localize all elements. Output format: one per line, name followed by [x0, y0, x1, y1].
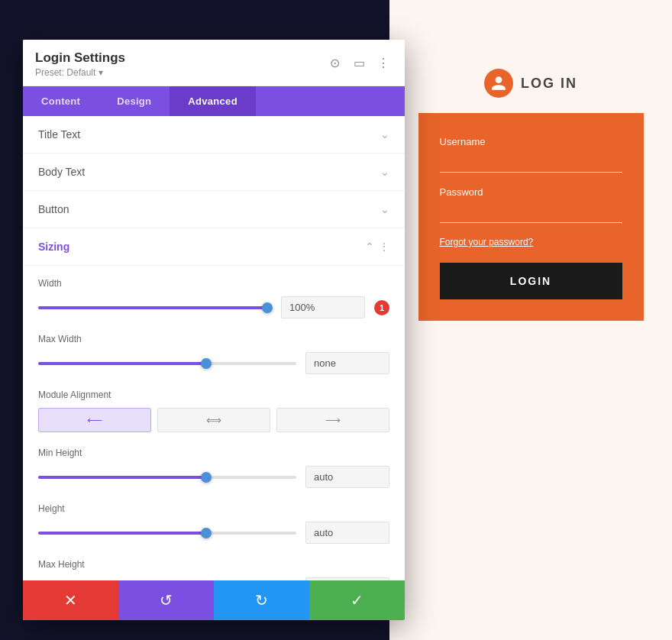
title-text-label: Title Text	[38, 128, 80, 141]
login-form-box: Username Password Forgot your password? …	[418, 113, 644, 321]
min-height-slider-fill	[38, 476, 206, 479]
height-value-box[interactable]: auto	[305, 522, 389, 544]
panel-body: Title Text ⌄ Body Text ⌄ Button ⌄ Sizing…	[23, 116, 405, 580]
width-slider-fill	[38, 306, 267, 309]
height-slider-track	[38, 532, 296, 535]
max-width-slider-row: none	[38, 352, 389, 374]
panel-title-group: Login Settings Preset: Default ▾	[35, 50, 125, 78]
panel-header: Login Settings Preset: Default ▾ ⊙ ▭ ⋮	[23, 40, 405, 86]
panel-header-icons: ⊙ ▭ ⋮	[325, 53, 393, 72]
max-width-slider-thumb[interactable]	[201, 358, 212, 369]
alignment-row: ⟵ ⟺ ⟶	[38, 408, 389, 432]
max-width-label: Max Width	[38, 334, 389, 344]
width-field: Width 100% 1	[38, 278, 389, 318]
tab-design[interactable]: Design	[99, 86, 170, 116]
max-width-value-box[interactable]: none	[305, 352, 389, 374]
login-button[interactable]: LOGIN	[440, 263, 622, 299]
preview-panel: LOG IN Username Password Forgot your pas…	[389, 0, 672, 640]
tab-content[interactable]: Content	[23, 86, 99, 116]
sizing-header-icons: ⌃ ⋮	[365, 241, 389, 253]
align-right-button[interactable]: ⟶	[276, 408, 389, 432]
width-value-box[interactable]: 100%	[281, 296, 365, 318]
tabs-bar: Content Design Advanced	[23, 86, 405, 116]
more-options-icon[interactable]: ⋮	[374, 53, 393, 72]
align-center-button[interactable]: ⟺	[157, 408, 270, 432]
body-text-label: Body Text	[38, 166, 85, 178]
bottom-bar: ✕ ↺ ↻ ✓	[23, 580, 405, 620]
min-height-value-box[interactable]: auto	[305, 466, 389, 488]
user-avatar-icon	[484, 69, 513, 98]
max-width-slider-track	[38, 362, 296, 365]
duplicate-icon[interactable]: ▭	[350, 53, 368, 72]
login-header: LOG IN	[484, 69, 577, 98]
username-input[interactable]	[440, 152, 622, 173]
min-height-field: Min Height auto	[38, 448, 389, 488]
button-label: Button	[38, 203, 69, 215]
password-input[interactable]	[440, 202, 622, 223]
height-label: Height	[38, 503, 389, 514]
user-icon	[490, 75, 507, 92]
panel-title: Login Settings	[35, 50, 125, 66]
min-height-slider-thumb[interactable]	[201, 472, 212, 483]
login-title: LOG IN	[521, 76, 577, 92]
forgot-password-link[interactable]: Forgot your password?	[440, 237, 622, 247]
height-slider-track-wrap	[38, 532, 296, 535]
save-button[interactable]: ✓	[309, 580, 405, 620]
undo-button[interactable]: ↺	[118, 580, 214, 620]
max-width-field: Max Width none	[38, 334, 389, 374]
sizing-chevron-up: ⌃	[365, 241, 374, 253]
width-label: Width	[38, 278, 389, 289]
sizing-section-header[interactable]: Sizing ⌃ ⋮	[23, 228, 405, 266]
width-slider-row: 100% 1	[38, 296, 389, 318]
settings-panel: Login Settings Preset: Default ▾ ⊙ ▭ ⋮ C…	[23, 40, 405, 620]
module-alignment-label: Module Alignment	[38, 389, 389, 400]
height-slider-thumb[interactable]	[201, 528, 212, 538]
min-height-slider-row: auto	[38, 466, 389, 488]
settings-icon[interactable]: ⊙	[325, 53, 344, 72]
title-text-chevron: ⌄	[380, 128, 389, 141]
min-height-slider-track-wrap	[38, 476, 296, 479]
button-section[interactable]: Button ⌄	[23, 191, 405, 228]
title-text-section[interactable]: Title Text ⌄	[23, 116, 405, 154]
min-height-label: Min Height	[38, 448, 389, 458]
width-slider-thumb[interactable]	[262, 302, 273, 313]
tab-advanced[interactable]: Advanced	[170, 86, 256, 116]
body-text-section[interactable]: Body Text ⌄	[23, 154, 405, 191]
max-width-slider-fill	[38, 362, 206, 365]
module-alignment-field: Module Alignment ⟵ ⟺ ⟶	[38, 389, 389, 432]
height-field: Height auto	[38, 503, 389, 544]
min-height-slider-track	[38, 476, 296, 479]
height-slider-row: auto	[38, 522, 389, 544]
width-slider-track	[38, 306, 272, 309]
panel-preset: Preset: Default ▾	[35, 67, 125, 78]
cancel-button[interactable]: ✕	[23, 580, 118, 620]
align-left-button[interactable]: ⟵	[38, 408, 151, 432]
sizing-more-icon[interactable]: ⋮	[379, 241, 389, 253]
sizing-content: Width 100% 1 Max Width	[23, 266, 405, 580]
max-height-label: Max Height	[38, 559, 389, 570]
password-label: Password	[440, 186, 622, 198]
sizing-label: Sizing	[38, 241, 69, 253]
body-text-chevron: ⌄	[380, 166, 389, 178]
username-label: Username	[440, 136, 622, 147]
max-height-value-box[interactable]: none	[305, 577, 389, 580]
max-height-slider-row: none	[38, 577, 389, 580]
max-width-slider-track-wrap	[38, 362, 296, 365]
redo-button[interactable]: ↻	[214, 580, 309, 620]
button-chevron: ⌄	[380, 203, 389, 215]
height-slider-fill	[38, 532, 206, 535]
width-badge: 1	[374, 300, 389, 315]
width-slider-track-wrap	[38, 306, 272, 309]
max-height-field: Max Height none	[38, 559, 389, 580]
